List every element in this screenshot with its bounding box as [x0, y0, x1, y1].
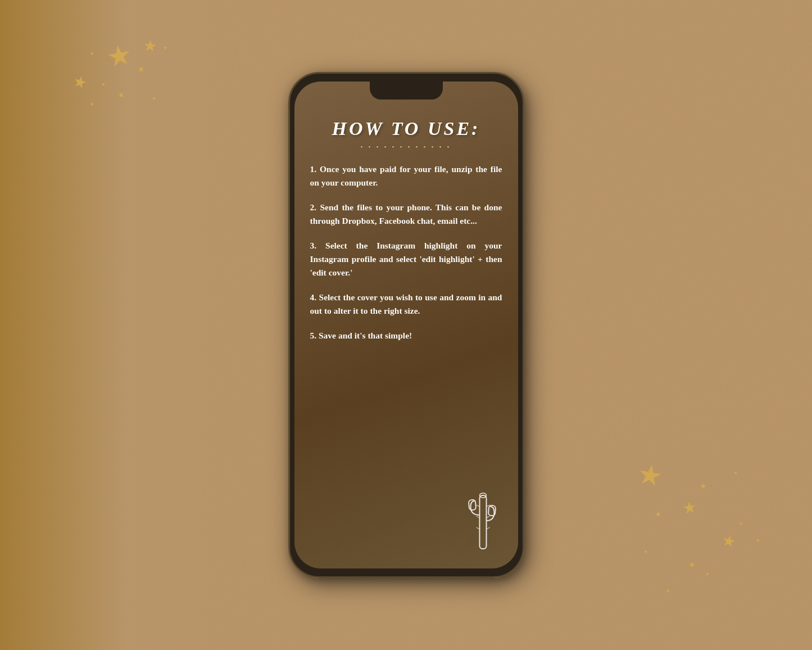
phone-screen: HOW TO USE: • • • • • • • • • • • • 1. O… — [294, 82, 518, 568]
stars-top-left: ★ ★ ★ ★ ★ ★ ★ ★ ★ ★ — [56, 34, 180, 146]
instruction-3: 3. Select the Instagram highlight on you… — [310, 239, 502, 279]
dots-decoration: • • • • • • • • • • • • — [310, 144, 502, 150]
instruction-2: 2. Send the files to your phone. This ca… — [310, 201, 502, 228]
screen-title: HOW TO USE: — [310, 118, 502, 139]
instruction-4: 4. Select the cover you wish to use and … — [310, 291, 502, 318]
instruction-5: 5. Save and it's that simple! — [310, 329, 502, 342]
instruction-1: 1. Once you have paid for your file, unz… — [310, 162, 502, 189]
instruction-2-text: 2. Send the files to your phone. This ca… — [310, 202, 502, 225]
phone-body: HOW TO USE: • • • • • • • • • • • • 1. O… — [288, 72, 524, 578]
instruction-1-text: 1. Once you have paid for your file, unz… — [310, 164, 502, 187]
instruction-4-text: 4. Select the cover you wish to use and … — [310, 292, 502, 315]
screen-content: HOW TO USE: • • • • • • • • • • • • 1. O… — [294, 107, 518, 568]
phone-notch — [370, 82, 443, 100]
cactus-decoration — [465, 490, 501, 557]
instruction-3-text: 3. Select the Instagram highlight on you… — [310, 241, 502, 277]
svg-rect-0 — [479, 495, 486, 549]
phone: HOW TO USE: • • • • • • • • • • • • 1. O… — [288, 72, 524, 578]
stars-bottom-right: ★ ★ ★ ★ ★ ★ ★ ★ ★ ★ ★ ★ — [610, 448, 767, 605]
instruction-5-text: 5. Save and it's that simple! — [310, 331, 412, 340]
